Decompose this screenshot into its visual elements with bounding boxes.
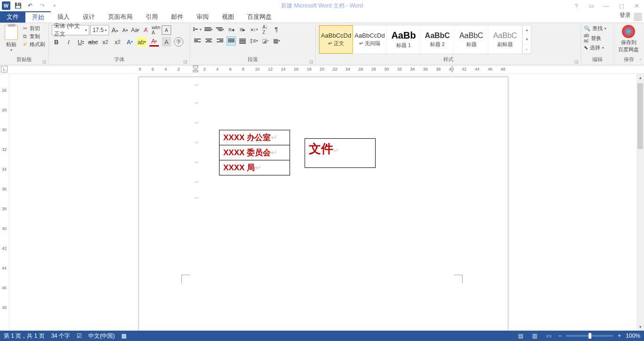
select-button[interactable]: ⬉选择▾ [584,44,611,51]
qat-customize-icon[interactable]: ▼ [50,1,59,10]
scroll-thumb[interactable] [637,83,643,149]
sort-button[interactable]: A↓Z [260,25,270,34]
superscript-button[interactable]: x2 [113,37,122,47]
increase-indent-button[interactable]: ≡▸ [238,25,247,34]
text-effects-button[interactable]: A▾ [125,37,134,47]
textbox-table-2[interactable]: 文件↵ [305,138,376,168]
textbox-table-1[interactable]: XXXX 办公室↵ XXXX 委员会↵ XXXX 局↵ [219,130,290,175]
spellcheck-icon[interactable]: ☑ [77,333,82,339]
tab-mailings[interactable]: 邮件 [165,11,190,23]
style-subtitle[interactable]: AaBbC 副标题 [488,25,522,54]
bold-button[interactable]: B [52,37,61,47]
style-heading2[interactable]: AaBbC 标题 2 [421,25,455,54]
enclose-char-button[interactable]: 字 [174,37,183,47]
replace-button[interactable]: abac替换 [584,33,611,43]
align-center-button[interactable] [204,36,213,46]
minimize-icon[interactable]: — [601,1,612,10]
line-spacing-button[interactable]: ‡≡▾ [249,36,259,46]
zoom-slider[interactable] [566,335,613,337]
tab-insert[interactable]: 插入 [51,11,76,23]
qat-redo-icon[interactable]: ↷ [38,1,47,10]
baidu-save-button[interactable]: 保存到 百度网盘 [617,25,640,53]
zoom-in-button[interactable]: + [618,333,621,339]
tab-selector-icon[interactable]: L [1,66,8,72]
numbering-button[interactable]: ▾ [204,25,213,34]
text-direction-button[interactable]: ✕↕▾ [249,25,259,34]
underline-button[interactable]: U▾ [76,37,86,47]
tab-baidu[interactable]: 百度网盘 [241,11,278,23]
ruler-vertical[interactable]: 262830323436384042444648 [0,74,9,331]
borders-button[interactable]: ▦▾ [272,36,281,46]
word-count[interactable]: 34 个字 [51,332,71,340]
align-right-button[interactable] [215,36,225,46]
tab-file[interactable]: 文件 [0,11,25,23]
align-distribute-button[interactable] [238,36,247,46]
font-size-combo[interactable]: 17.5▾ [90,25,109,35]
font-name-combo[interactable]: 宋体 (中文正文▾ [52,25,89,35]
multilevel-button[interactable]: ▾ [215,25,225,34]
highlight-button[interactable]: ab▾ [137,37,147,47]
view-web-icon[interactable]: ▭ [544,332,553,340]
tab-review[interactable]: 审阅 [190,11,215,23]
style-heading1[interactable]: AaBb 标题 1 [387,25,421,54]
char-border-button[interactable]: A [162,25,171,35]
strike-button[interactable]: abc [88,37,98,47]
zoom-thumb[interactable] [589,333,591,339]
tab-view[interactable]: 视图 [215,11,241,23]
scroll-down-icon[interactable]: ▾ [636,323,644,331]
align-justify-button[interactable] [227,36,236,46]
help-icon[interactable]: ? [571,1,582,10]
page-indicator[interactable]: 第 1 页，共 1 页 [4,332,45,340]
view-read-icon[interactable]: ▤ [516,332,525,340]
paragraph-launcher-icon[interactable]: ◲ [309,59,314,64]
format-painter-button[interactable]: ✐格式刷 [22,41,45,48]
bullets-button[interactable]: ▾ [193,25,202,34]
ruler-horizontal[interactable]: L 86422468101214161820222426283032343638… [0,65,644,74]
subscript-button[interactable]: x2 [101,37,110,47]
page[interactable]: ↵ ↵ ↵ ↵ ↵ ↵ ↵ XXXX 办公室↵ XXXX 委员会↵ XXXX 局… [139,77,508,331]
right-margin-marker[interactable] [451,66,453,72]
copy-button[interactable]: ⧉复制 [22,33,45,40]
style-no-spacing[interactable]: AaBbCcDd ↵ 无间隔 [353,25,387,54]
user-avatar-icon[interactable] [634,13,642,21]
maximize-icon[interactable]: ◻ [616,1,627,10]
change-case-button[interactable]: Aa▾ [131,25,140,35]
align-left-button[interactable] [193,36,202,46]
cell-committee[interactable]: XXXX 委员会↵ [220,145,290,160]
tab-home[interactable]: 开始 [25,11,51,23]
ribbon-options-icon[interactable]: ▭ [586,1,597,10]
view-print-icon[interactable]: ▥ [530,332,539,340]
tab-design[interactable]: 设计 [76,11,102,23]
macro-icon[interactable]: ▦ [121,333,126,339]
font-launcher-icon[interactable]: ◲ [183,59,188,64]
styles-gallery-more[interactable]: ▴▾⌄ [522,25,531,54]
shrink-font-button[interactable]: A▾ [120,25,130,35]
shading-button[interactable]: ◪▾ [260,36,270,46]
show-marks-button[interactable]: ¶ [272,25,281,34]
paste-button[interactable]: 粘贴 ▾ [3,25,20,52]
clipboard-launcher-icon[interactable]: ◲ [42,59,47,64]
style-normal[interactable]: AaBbCcDd ↵ 正文 [319,25,353,54]
collapse-ribbon-icon[interactable]: ˆ [640,59,641,64]
char-shading-button[interactable]: A [162,37,171,47]
italic-button[interactable]: I [64,37,73,47]
qat-undo-icon[interactable]: ↶ [25,1,35,10]
qat-save-icon[interactable]: 💾 [13,1,23,10]
styles-launcher-icon[interactable]: ◲ [574,59,579,64]
cell-document[interactable]: 文件↵ [305,139,376,168]
tab-references[interactable]: 引用 [139,11,165,23]
phonetic-guide-button[interactable]: wénA [151,25,161,35]
close-icon[interactable]: ✕ [631,1,642,10]
indent-marker-icon[interactable] [193,65,198,72]
decrease-indent-button[interactable]: ≡◂ [227,25,236,34]
zoom-level[interactable]: 100% [626,333,640,339]
style-title[interactable]: AaBbC 标题 [455,25,488,54]
tab-layout[interactable]: 页面布局 [102,11,139,23]
zoom-out-button[interactable]: − [558,333,561,339]
login-link[interactable]: 登录 [620,11,631,19]
scrollbar-vertical[interactable]: ▴ ▾ [636,74,644,331]
cell-office[interactable]: XXXX 办公室↵ [220,130,290,145]
find-button[interactable]: 🔍查找▾ [584,25,611,32]
clear-format-button[interactable]: A̸ [141,25,150,35]
cell-bureau[interactable]: XXXX 局↵ [220,160,290,175]
